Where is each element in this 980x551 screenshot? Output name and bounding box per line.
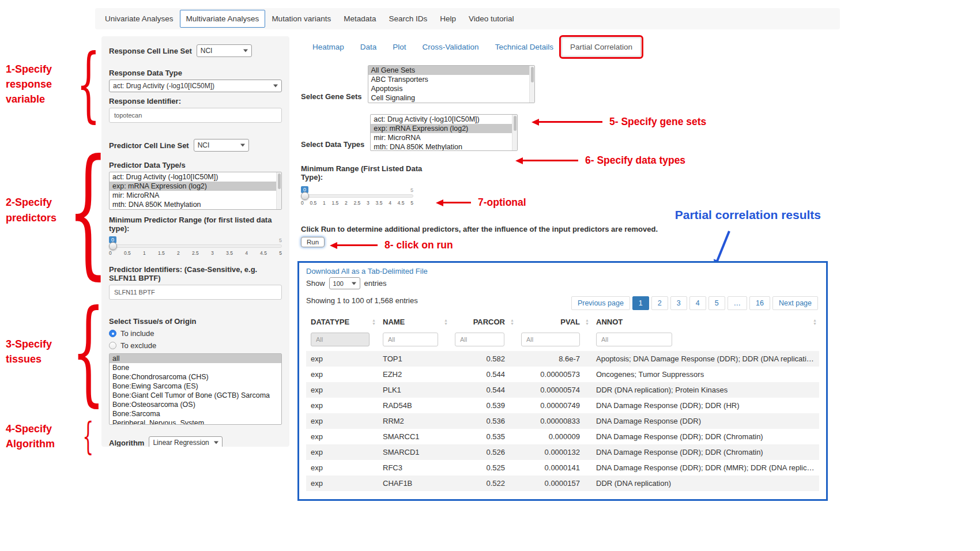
result-row[interactable]: exp RFC3 0.525 0.0000141 DNA Damage Resp… bbox=[306, 460, 819, 475]
response-identifier-input[interactable] bbox=[109, 108, 282, 123]
slider-track[interactable] bbox=[301, 194, 413, 198]
run-button[interactable]: Run bbox=[301, 237, 325, 247]
cell-annot: DNA Damage Response (DDR); DDR (Chromati… bbox=[591, 444, 819, 460]
result-row[interactable]: exp RRM2 0.536 0.00000833 DNA Damage Res… bbox=[306, 413, 819, 429]
column-header-annot[interactable]: ANNOT bbox=[591, 313, 819, 331]
response-cell-line-set-select[interactable]: NCI bbox=[197, 44, 252, 57]
slider-handle[interactable] bbox=[109, 242, 117, 250]
data-type-option[interactable]: mir: MicroRNA bbox=[371, 133, 517, 142]
radio-checked-icon[interactable] bbox=[109, 330, 116, 337]
predictor-identifiers-label: Predictor Identifiers: (Case-Sensitive, … bbox=[109, 265, 282, 282]
tissue-include-radio[interactable]: To include bbox=[109, 329, 282, 338]
listbox-scrollbar[interactable] bbox=[276, 172, 281, 209]
tissue-option[interactable]: Bone:Giant Cell Tumor of Bone (GCTB) Sar… bbox=[110, 391, 281, 400]
gene-set-option[interactable]: Cell Signaling bbox=[368, 93, 534, 103]
sort-icon[interactable] bbox=[510, 319, 514, 326]
column-header-pval[interactable]: PVAL bbox=[517, 313, 591, 331]
nav-item[interactable]: Help bbox=[434, 10, 462, 28]
algorithm-select[interactable]: Linear Regression bbox=[149, 436, 223, 447]
slider-handle[interactable] bbox=[301, 192, 309, 200]
tissue-exclude-radio[interactable]: To exclude bbox=[109, 341, 282, 350]
listbox-scrollbar[interactable] bbox=[512, 115, 517, 150]
sort-icon[interactable] bbox=[813, 319, 817, 326]
column-header-datatype[interactable]: DATATYPE bbox=[306, 313, 378, 331]
pagination-button[interactable]: … bbox=[728, 296, 748, 310]
gene-set-option[interactable]: Apoptosis bbox=[368, 84, 534, 93]
slider-tick-label: 4.5 bbox=[260, 250, 267, 256]
result-row[interactable]: exp SMARCC1 0.535 0.000009 DNA Damage Re… bbox=[306, 429, 819, 444]
pagination-button[interactable]: Next page bbox=[772, 296, 818, 310]
pagination-button[interactable]: 2 bbox=[651, 296, 668, 310]
column-header-parcor[interactable]: PARCOR bbox=[450, 313, 517, 331]
nav-item[interactable]: Search IDs bbox=[382, 10, 434, 28]
gene-set-option[interactable]: ABC Transporters bbox=[368, 75, 534, 84]
filter-name-input[interactable] bbox=[383, 333, 438, 346]
min-range-slider[interactable]: 0 5 00.511.522.533.544.55 bbox=[301, 186, 413, 206]
result-row[interactable]: exp PLK1 0.544 0.00000574 DDR (DNA repli… bbox=[306, 382, 819, 398]
tab[interactable]: Partial Correlation bbox=[561, 37, 641, 56]
data-type-option[interactable]: exp: mRNA Expression (log2) bbox=[371, 124, 517, 133]
pagination-button[interactable]: 16 bbox=[749, 296, 770, 310]
response-data-type-select[interactable]: act: Drug Activity (-log10[IC50M]) bbox=[109, 80, 282, 92]
tissue-option[interactable]: Bone:Osteosarcoma (OS) bbox=[110, 400, 281, 409]
result-row[interactable]: exp TOP1 0.582 8.6e-7 Apoptosis; DNA Dam… bbox=[306, 351, 819, 367]
slider-tick-labels: 00.511.522.533.544.55 bbox=[301, 200, 413, 206]
sort-icon[interactable] bbox=[585, 319, 589, 326]
nav-item[interactable]: Mutation variants bbox=[265, 10, 337, 28]
predictor-data-type-option[interactable]: mth: DNA 850K Methylation bbox=[110, 200, 281, 209]
pagination-button[interactable]: 3 bbox=[670, 296, 687, 310]
sort-icon[interactable] bbox=[444, 319, 448, 326]
radio-unchecked-icon[interactable] bbox=[109, 342, 116, 349]
result-row[interactable]: exp EZH2 0.544 0.00000573 Oncogenes; Tum… bbox=[306, 367, 819, 382]
page-length-select[interactable]: 100 bbox=[329, 277, 360, 289]
tab[interactable]: Technical Details bbox=[487, 38, 561, 56]
gene-sets-listbox[interactable]: All Gene SetsABC TransportersApoptosisCe… bbox=[368, 65, 535, 103]
tissue-option[interactable]: Bone:Sarcoma bbox=[110, 409, 281, 418]
listbox-scrollbar[interactable] bbox=[529, 66, 534, 103]
nav-item[interactable]: Video tutorial bbox=[462, 10, 521, 28]
filter-pval-input[interactable] bbox=[521, 333, 580, 346]
tab[interactable]: Cross-Validation bbox=[414, 38, 487, 56]
tab[interactable]: Heatmap bbox=[304, 38, 352, 56]
annotation-step2-text: 2-Specify predictors bbox=[0, 195, 75, 225]
cell-name: EZH2 bbox=[378, 367, 450, 382]
download-link[interactable]: Download All as a Tab-Delimited File bbox=[306, 267, 428, 276]
result-row[interactable]: exp RAD54B 0.539 0.00000749 DNA Damage R… bbox=[306, 398, 819, 413]
slider-track[interactable] bbox=[109, 244, 282, 248]
sort-icon[interactable] bbox=[372, 319, 376, 326]
data-types-listbox[interactable]: act: Drug Activity (-log10[IC50M])exp: m… bbox=[370, 114, 518, 151]
cell-parcor: 0.522 bbox=[450, 475, 517, 491]
result-row[interactable]: exp SMARCD1 0.526 0.0000132 DNA Damage R… bbox=[306, 444, 819, 460]
column-header-name[interactable]: NAME bbox=[378, 313, 450, 331]
min-range-block: Minimum Range (First Listed Data Type): … bbox=[301, 164, 431, 206]
pagination-button[interactable]: 1 bbox=[632, 296, 649, 310]
predictor-data-type-option[interactable]: exp: mRNA Expression (log2) bbox=[110, 182, 281, 191]
pagination-button[interactable]: Previous page bbox=[571, 296, 630, 310]
pagination-button[interactable]: 5 bbox=[708, 296, 725, 310]
tissue-option[interactable]: Peripheral_Nervous_System bbox=[110, 418, 281, 425]
min-predictor-range-slider[interactable]: 0 5 00.511.522.533.544.55 bbox=[109, 236, 282, 256]
tab[interactable]: Plot bbox=[385, 38, 414, 56]
data-type-option[interactable]: act: Drug Activity (-log10[IC50M]) bbox=[371, 115, 517, 124]
tissue-option[interactable]: Bone:Chondrosarcoma (CHS) bbox=[110, 372, 281, 382]
gene-set-option[interactable]: All Gene Sets bbox=[368, 66, 534, 75]
predictor-identifiers-input[interactable] bbox=[109, 285, 282, 300]
tab[interactable]: Data bbox=[352, 38, 385, 56]
filter-datatype-input[interactable] bbox=[311, 333, 370, 346]
result-row[interactable]: exp CHAF1B 0.522 0.0000157 DDR (DNA repl… bbox=[306, 475, 819, 491]
predictor-data-type-option[interactable]: mir: MicroRNA bbox=[110, 191, 281, 200]
predictor-data-types-listbox[interactable]: act: Drug Activity (-log10[IC50M])exp: m… bbox=[109, 172, 282, 210]
nav-item[interactable]: Metadata bbox=[337, 10, 382, 28]
nav-item[interactable]: Multivariate Analyses bbox=[180, 10, 266, 28]
predictor-cell-line-set-select[interactable]: NCI bbox=[194, 139, 249, 152]
tissue-option[interactable]: Bone bbox=[110, 363, 281, 372]
pagination-button[interactable]: 4 bbox=[689, 296, 706, 310]
filter-annot-input[interactable] bbox=[596, 333, 672, 346]
tissue-listbox[interactable]: allBoneBone:Chondrosarcoma (CHS)Bone:Ewi… bbox=[109, 353, 282, 425]
tissue-option[interactable]: Bone:Ewing Sarcoma (ES) bbox=[110, 382, 281, 391]
tissue-option[interactable]: all bbox=[110, 354, 281, 363]
filter-parcor-input[interactable] bbox=[455, 333, 504, 346]
data-type-option[interactable]: mth: DNA 850K Methylation bbox=[371, 142, 517, 151]
predictor-data-type-option[interactable]: act: Drug Activity (-log10[IC50M]) bbox=[110, 172, 281, 182]
nav-item[interactable]: Univariate Analyses bbox=[99, 10, 180, 28]
